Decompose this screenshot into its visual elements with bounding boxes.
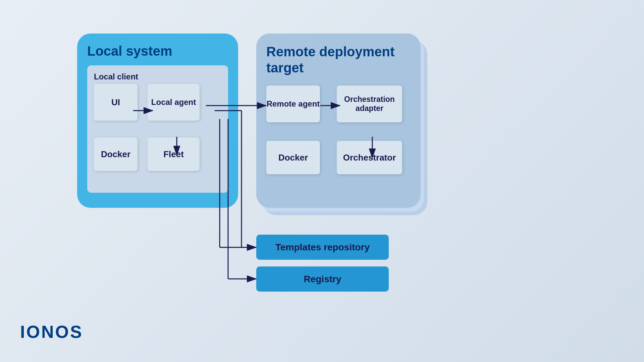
local-system-title: Local system: [87, 44, 228, 59]
orchestration-adapter-box: Orchestration adapter: [337, 85, 402, 122]
fleet-box: Fleet: [148, 137, 200, 171]
remote-agent-box: Remote agent: [266, 85, 320, 122]
local-system-container: Local system Local client UI Local agent…: [77, 34, 238, 208]
local-client-box: Local client UI Local agent Docker Fleet: [87, 65, 228, 193]
orchestrator-box: Orchestrator: [337, 141, 402, 174]
ui-box: UI: [94, 84, 138, 121]
templates-repository-box: Templates repository: [256, 235, 389, 260]
docker-local-box: Docker: [94, 137, 138, 171]
local-client-label: Local client: [94, 72, 221, 81]
registry-box: Registry: [256, 266, 389, 292]
ionos-logo: IONOS: [20, 322, 83, 342]
docker-remote-box: Docker: [266, 141, 320, 174]
local-agent-box: Local agent: [148, 84, 200, 121]
remote-system-title: Remote deployment target: [266, 44, 411, 76]
remote-system-container: Remote deployment target Remote agent Or…: [256, 34, 421, 208]
